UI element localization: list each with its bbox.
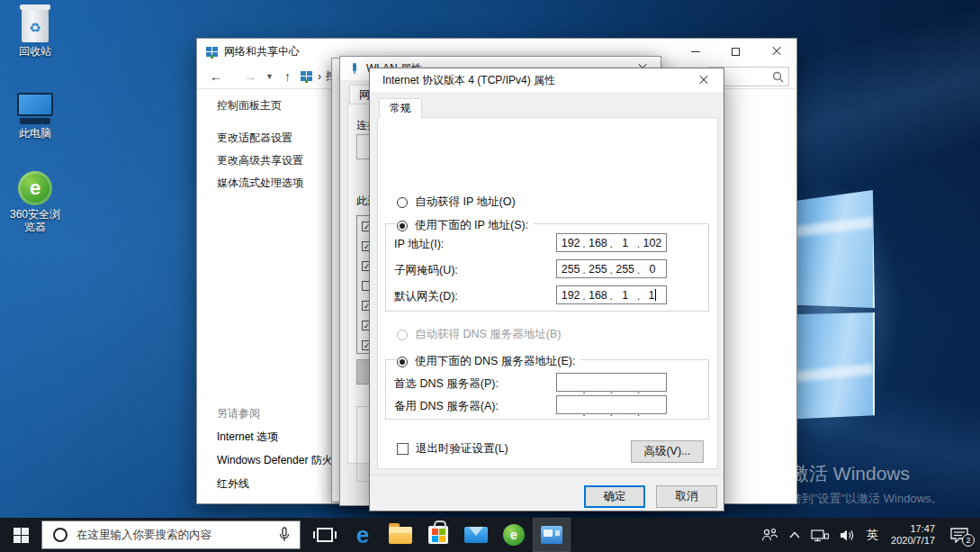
this-pc-icon <box>5 86 65 124</box>
wifi-icon <box>348 62 361 75</box>
default-gateway-label: 默认网关(D): <box>394 289 458 304</box>
desktop-icon-360-browser[interactable]: e 360安全浏览器 <box>5 167 65 233</box>
ip-address-field[interactable]: 192 168 1 102 <box>556 233 667 252</box>
desktop-icon-label: 回收站 <box>5 45 65 58</box>
back-button[interactable]: ← <box>210 69 222 84</box>
octet: 255 <box>557 263 584 276</box>
alternate-dns-label: 备用 DNS 服务器(A): <box>394 399 499 414</box>
radio-label: 使用下面的 DNS 服务器地址(E): <box>415 354 575 369</box>
tab-general[interactable]: 常规 <box>379 98 422 118</box>
octet: 192 <box>557 289 584 302</box>
minimize-icon <box>691 51 700 52</box>
edge-icon: e <box>356 523 369 547</box>
text-cursor <box>655 289 656 301</box>
start-button[interactable] <box>0 518 41 552</box>
speaker-icon <box>840 529 856 542</box>
mail-icon <box>464 527 488 543</box>
see-also-header: 另请参阅 <box>217 406 344 421</box>
maximize-button[interactable] <box>715 39 756 64</box>
alternate-dns-field[interactable] <box>556 395 667 414</box>
close-button[interactable] <box>756 39 796 64</box>
close-button[interactable] <box>683 68 724 92</box>
taskbar-network-app-active[interactable] <box>533 518 571 552</box>
ip-address-label: IP 地址(I): <box>394 237 444 252</box>
taskbar-store[interactable] <box>419 518 457 552</box>
octet: 1 <box>639 289 666 302</box>
recycle-bin-icon: ♻ <box>5 5 65 42</box>
network-app-icon <box>541 526 562 544</box>
sidebar-item-internet-options[interactable]: Internet 选项 <box>217 430 344 445</box>
radio-disabled-icon <box>397 330 408 340</box>
recent-pages-dropdown[interactable]: ▼ <box>265 72 274 81</box>
radio-label: 自动获得 DNS 服务器地址(B) <box>415 327 562 342</box>
cortana-icon <box>53 528 67 542</box>
dialog-titlebar[interactable]: Internet 协议版本 4 (TCP/IPv4) 属性 <box>370 68 724 92</box>
octet: 1 <box>612 289 639 302</box>
default-gateway-field[interactable]: 192 168 1 1 <box>556 285 667 304</box>
sidebar-item-change-adapter-settings[interactable]: 更改适配器设置 <box>217 131 303 146</box>
taskbar: e e <box>0 518 980 552</box>
sidebar-item-windows-defender-firewall[interactable]: Windows Defender 防火墙 <box>217 453 344 468</box>
ipv4-properties-dialog: Internet 协议版本 4 (TCP/IPv4) 属性 常规 如果网络支持此… <box>369 68 724 511</box>
radio-auto-dns[interactable]: 自动获得 DNS 服务器地址(B) <box>397 327 567 342</box>
minimize-button[interactable] <box>675 39 715 64</box>
cancel-button[interactable]: 取消 <box>656 485 717 508</box>
radio-selected-icon <box>397 221 408 231</box>
desktop: ♻ 回收站 此电脑 e 360安全浏览器 网络和共享中心 <box>0 0 980 552</box>
ok-button[interactable]: 确定 <box>584 485 645 508</box>
taskbar-file-explorer[interactable] <box>382 518 419 552</box>
up-button[interactable]: ↑ <box>284 69 291 84</box>
system-tray: 英 17:47 2020/7/17 2 <box>755 518 980 552</box>
network-tray-button[interactable] <box>805 518 834 552</box>
octet: 168 <box>584 237 611 249</box>
task-view-button[interactable] <box>306 518 344 552</box>
radio-label: 使用下面的 IP 地址(S): <box>415 218 528 233</box>
360-browser-icon: e <box>5 167 65 205</box>
notification-badge: 2 <box>962 534 975 547</box>
network-center-icon <box>205 45 219 59</box>
sidebar-item-advanced-sharing[interactable]: 更改高级共享设置 <box>217 153 303 168</box>
advanced-button[interactable]: 高级(V)... <box>631 440 704 463</box>
taskbar-search-box[interactable] <box>41 520 301 549</box>
sidebar-item-control-panel-home[interactable]: 控制面板主页 <box>217 98 303 113</box>
sidebar-item-infrared[interactable]: 红外线 <box>217 476 344 492</box>
preferred-dns-field[interactable] <box>556 373 667 392</box>
radio-manual-dns[interactable]: 使用下面的 DNS 服务器地址(E): <box>397 354 580 369</box>
folder-icon <box>389 527 412 544</box>
taskbar-clock[interactable]: 17:47 2020/7/17 <box>884 523 942 547</box>
action-center-button[interactable]: 2 <box>942 518 980 552</box>
sidebar-item-media-streaming[interactable]: 媒体流式处理选项 <box>217 176 303 191</box>
subnet-mask-label: 子网掩码(U): <box>394 263 458 278</box>
volume-button[interactable] <box>834 518 861 552</box>
ethernet-network-icon <box>811 529 829 542</box>
desktop-icon-this-pc[interactable]: 此电脑 <box>5 86 65 140</box>
ime-indicator[interactable]: 英 <box>861 518 884 552</box>
octet: 102 <box>639 237 666 249</box>
radio-icon <box>397 197 408 208</box>
preferred-dns-label: 首选 DNS 服务器(P): <box>394 376 499 392</box>
desktop-icon-recycle-bin[interactable]: ♻ 回收站 <box>5 5 65 58</box>
breadcrumb-network-icon <box>300 69 313 83</box>
close-icon <box>772 47 781 56</box>
octet: 255 <box>584 263 611 276</box>
see-also-section: 另请参阅 Internet 选项 Windows Defender 防火墙 红外… <box>217 406 344 500</box>
radio-auto-ip[interactable]: 自动获得 IP 地址(O) <box>397 195 521 210</box>
taskbar-edge[interactable]: e <box>344 518 382 552</box>
subnet-mask-field[interactable]: 255 255 255 0 <box>556 259 667 278</box>
task-view-icon <box>317 528 333 542</box>
store-icon <box>428 526 448 544</box>
clock-date: 2020/7/17 <box>891 535 935 547</box>
search-input[interactable] <box>76 529 278 541</box>
checkbox-label: 退出时验证设置(L) <box>416 441 508 457</box>
close-icon <box>699 76 708 85</box>
validate-settings-checkbox[interactable]: 退出时验证设置(L) <box>397 441 508 457</box>
radio-selected-icon <box>397 357 408 367</box>
forward-button[interactable]: → <box>244 69 256 84</box>
control-panel-sidebar: 控制面板主页 更改适配器设置 更改高级共享设置 媒体流式处理选项 <box>217 98 303 191</box>
microphone-icon[interactable] <box>278 527 291 543</box>
radio-manual-ip[interactable]: 使用下面的 IP 地址(S): <box>397 218 534 233</box>
taskbar-mail[interactable] <box>457 518 495 552</box>
taskbar-360-browser[interactable]: e <box>495 518 533 552</box>
people-button[interactable] <box>755 518 784 552</box>
show-hidden-icons-button[interactable] <box>784 518 805 552</box>
